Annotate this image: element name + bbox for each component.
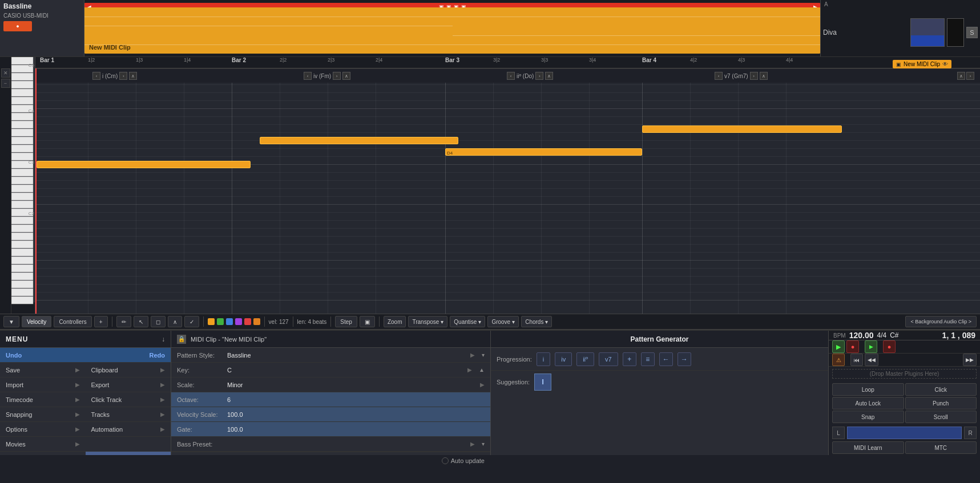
chords-btn[interactable]: Chords▾	[521, 316, 552, 327]
s-button[interactable]: S	[966, 27, 978, 38]
octave-row[interactable]: Octave: 6	[171, 392, 490, 407]
position-value[interactable]: 1, 1 , 089	[942, 331, 975, 340]
pr-minimize-btn[interactable]: −	[1, 79, 10, 88]
punch-btn[interactable]: Punch	[905, 397, 977, 409]
midi-learn-btn[interactable]: MIDI Learn	[832, 441, 904, 454]
chord-gm7-nav-up[interactable]: ∧	[760, 72, 768, 80]
suggestion-value[interactable]: I	[534, 374, 551, 391]
key-arrow[interactable]: ▶	[467, 367, 472, 373]
bass-preset-expand[interactable]: ▾	[482, 441, 485, 447]
import-item[interactable]: Import ▶	[0, 378, 86, 392]
redo-btn[interactable]: Redo	[86, 348, 171, 363]
chord-scroll-up[interactable]: ∧	[957, 72, 965, 80]
clip-eye-icon[interactable]: 👁	[942, 61, 948, 67]
transpose-btn[interactable]: Transpose▾	[408, 316, 447, 327]
snap-btn[interactable]: Snap	[832, 411, 904, 423]
snapping-item[interactable]: Snapping ▶	[0, 407, 86, 422]
prog-add-btn[interactable]: +	[623, 352, 636, 366]
color-blue[interactable]	[226, 318, 233, 325]
mtc-btn[interactable]: MTC	[905, 441, 977, 454]
prog-btn-iv[interactable]: iv	[555, 352, 572, 366]
auto-update-checkbox[interactable]	[442, 457, 449, 464]
step-btn[interactable]: Step	[335, 316, 357, 327]
chord-fm-nav-right[interactable]: ›	[333, 72, 341, 80]
options-item[interactable]: Options ▶	[0, 422, 86, 437]
l-btn[interactable]: L	[832, 427, 845, 439]
help-item[interactable]: Help ▶	[0, 452, 86, 455]
midi-note-4[interactable]	[642, 125, 842, 133]
pr-close-btn[interactable]: ✕	[1, 68, 10, 78]
piano-roll-notes[interactable]: D4	[35, 68, 980, 314]
quantise-btn[interactable]: Quantise▾	[450, 316, 485, 327]
step-icon-btn[interactable]: ▣	[360, 316, 375, 327]
loop-btn[interactable]: Loop	[832, 383, 904, 396]
chord-cm-nav-right[interactable]: ›	[119, 72, 127, 80]
bg-audio-clip-btn[interactable]: < Background Audio Clip >	[905, 316, 977, 327]
chord-fm-nav-left[interactable]: ‹	[304, 72, 312, 80]
menu-download-icon[interactable]: ↓	[162, 335, 165, 343]
color-green[interactable]	[217, 318, 224, 325]
chord-gm7-nav-left[interactable]: ‹	[715, 72, 723, 80]
tracks-item[interactable]: Tracks ▶	[86, 407, 171, 422]
groove-btn[interactable]: Groove▾	[487, 316, 519, 327]
record-btn[interactable]: ●	[846, 340, 859, 353]
click-btn[interactable]: Click	[905, 383, 977, 396]
bass-preset-row[interactable]: Bass Preset: ▶ ▾	[171, 437, 490, 452]
velocity-scale-row[interactable]: Velocity Scale: 100.0	[171, 407, 490, 422]
drop-master-plugins-zone[interactable]: (Drop Master Plugins Here)	[832, 369, 977, 379]
prog-btn-i[interactable]: i	[537, 352, 550, 366]
prog-next-btn[interactable]: →	[677, 352, 691, 366]
chord-cm-nav-up[interactable]: ∧	[129, 72, 137, 80]
prog-btn-v7[interactable]: v7	[599, 352, 618, 366]
chord-do-nav-left[interactable]: ‹	[507, 72, 515, 80]
pattern-style-arrow[interactable]: ▶	[470, 352, 475, 358]
color-amber[interactable]	[253, 318, 260, 325]
run-script-item[interactable]: Run Script ▶	[86, 452, 171, 455]
prog-btn-iio[interactable]: iiº	[576, 352, 594, 366]
level-bar[interactable]	[847, 427, 962, 439]
fast-back-btn[interactable]: ◀◀	[865, 354, 878, 366]
key-up-arrow[interactable]: ▲	[479, 367, 485, 373]
auto-lock-btn[interactable]: Auto Lock	[832, 397, 904, 409]
automation-item[interactable]: Automation ▶	[86, 422, 171, 437]
bass-preset-arrow[interactable]: ▶	[470, 441, 475, 447]
select-tool[interactable]: ↖	[134, 316, 148, 327]
chord-fm-nav-up[interactable]: ∧	[342, 72, 350, 80]
save-item[interactable]: Save ▶	[0, 363, 86, 378]
controllers-btn[interactable]: Controllers	[54, 316, 91, 327]
bpm-value[interactable]: 120.00	[849, 331, 874, 340]
chord-do-nav-up[interactable]: ∧	[545, 72, 553, 80]
r-btn[interactable]: R	[964, 427, 977, 439]
pencil-tool[interactable]: ✏	[116, 316, 131, 327]
chord-cm-nav-left[interactable]: ‹	[92, 72, 100, 80]
fast-fwd-btn[interactable]: ▶▶	[963, 354, 977, 366]
erase-tool[interactable]: ◻	[151, 316, 166, 327]
midi-note-1[interactable]	[37, 161, 251, 168]
pr-bottom-arrow[interactable]: ▼	[3, 316, 19, 327]
prog-prev-btn[interactable]: ←	[659, 352, 673, 366]
chord-scroll-right[interactable]: ›	[966, 72, 974, 80]
undo-btn[interactable]: Undo	[0, 348, 86, 363]
velocity-btn[interactable]: Velocity	[22, 316, 51, 327]
gate-row[interactable]: Gate: 100.0	[171, 422, 490, 437]
waveform-clip[interactable]: ◀ ▣ ▣ ▣ ▣ ▶ New MIDI Clip	[84, 3, 820, 54]
click-track-item[interactable]: Click Track ▶	[86, 392, 171, 407]
midi-note-3[interactable]: D4	[445, 148, 642, 156]
color-orange[interactable]	[208, 318, 215, 325]
movies-item[interactable]: Movies ▶	[0, 437, 86, 452]
chord-gm7-nav-right[interactable]: ›	[750, 72, 758, 80]
timecode-item[interactable]: Timecode ▶	[0, 392, 86, 407]
export-item[interactable]: Export ▶	[86, 378, 171, 392]
zoom-btn[interactable]: Zoom	[384, 316, 406, 327]
scale-row[interactable]: Scale: Minor ▶	[171, 378, 490, 392]
prog-list-btn[interactable]: ≡	[641, 352, 655, 366]
waveform-area[interactable]: ◀ ▣ ▣ ▣ ▣ ▶ New MIDI Clip	[84, 0, 820, 56]
scale-arrow[interactable]: ▶	[480, 381, 485, 388]
draw-tool[interactable]: ∧	[168, 316, 182, 327]
time-sig[interactable]: 4/4	[877, 331, 887, 339]
piano-roll-grid[interactable]: Bar 1 1|2 1|3 1|4 Bar 2 2|2 2|3 2|4 Bar …	[35, 57, 980, 314]
play-btn2[interactable]: ▶	[865, 340, 877, 353]
key-value-transport[interactable]: C#	[890, 331, 898, 339]
chord-do-nav-right[interactable]: ›	[535, 72, 543, 80]
rewind-btn[interactable]: ⏮	[850, 354, 863, 366]
